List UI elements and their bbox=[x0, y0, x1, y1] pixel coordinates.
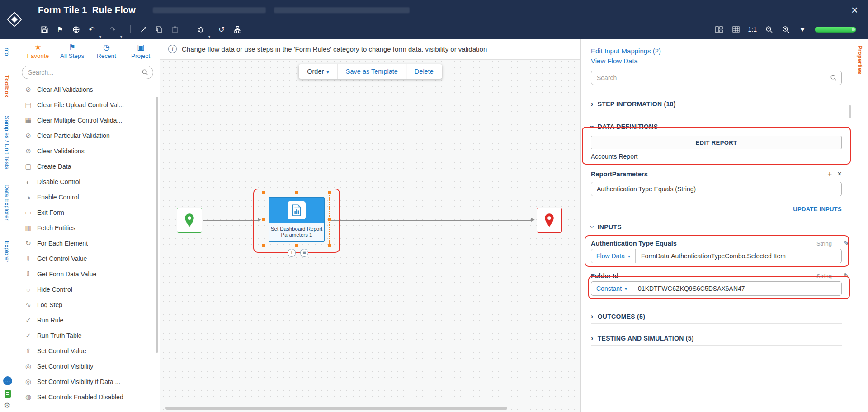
copy-icon[interactable] bbox=[155, 25, 164, 34]
chat-icon[interactable]: ⋯ bbox=[3, 376, 12, 385]
toolbox-search-input[interactable] bbox=[22, 66, 153, 79]
toolbox-item[interactable]: ◌Hide Control bbox=[15, 282, 160, 297]
panels-icon[interactable] bbox=[715, 25, 724, 34]
save-as-template-button[interactable]: Save as Template bbox=[337, 64, 406, 79]
toolbox-scrollbar[interactable] bbox=[156, 97, 158, 353]
toolbox-item-label: Create Data bbox=[37, 163, 71, 170]
chevron-down-icon: ▾ bbox=[625, 286, 627, 291]
toolbox-item[interactable]: ⇩Get Control Value bbox=[15, 251, 160, 266]
toolbox-item[interactable]: ⊘Clear Particular Validation bbox=[15, 128, 160, 143]
edit-icon[interactable]: ✎ bbox=[843, 239, 849, 247]
zoom-out-icon[interactable] bbox=[764, 25, 774, 34]
selection-handle[interactable] bbox=[295, 191, 298, 194]
close-icon[interactable]: × bbox=[851, 4, 858, 16]
tab-label: Favorite bbox=[27, 52, 49, 59]
selection-handle[interactable] bbox=[262, 218, 265, 221]
start-node[interactable] bbox=[177, 208, 202, 233]
undo-icon[interactable]: ↶ bbox=[87, 25, 96, 34]
view-flow-data-link[interactable]: View Flow Data bbox=[591, 57, 842, 67]
edit-input-mappings-link[interactable]: Edit Input Mappings (2) bbox=[591, 47, 842, 57]
toolbox-item[interactable]: ⊘Clear Validations bbox=[15, 143, 160, 159]
rail-tab-info[interactable]: Info bbox=[4, 46, 10, 56]
order-button[interactable]: Order▾ bbox=[299, 64, 337, 79]
toolbox-tab-favorite[interactable]: ★ Favorite bbox=[22, 43, 54, 59]
rail-tab-data-explorer[interactable]: Data Explorer bbox=[4, 185, 10, 220]
section-step-information[interactable]: › STEP INFORMATION (10) bbox=[591, 97, 842, 111]
debug-icon[interactable] bbox=[196, 25, 205, 34]
section-testing-simulation[interactable]: › TESTING AND SIMULATION (5) bbox=[591, 331, 842, 346]
properties-search-input[interactable] bbox=[591, 71, 842, 85]
toolbox-item[interactable]: ◎Set Control Visibility if Data ... bbox=[15, 374, 160, 389]
toolbox-item[interactable]: ⇧Set Control Value bbox=[15, 343, 160, 359]
selection-handle[interactable] bbox=[295, 244, 298, 247]
report-parameter-field[interactable] bbox=[591, 182, 842, 196]
properties-scrollbar[interactable] bbox=[849, 105, 851, 118]
edit-icon[interactable]: ✎ bbox=[843, 272, 849, 280]
rail-tab-toolbox[interactable]: Toolbox bbox=[4, 75, 10, 98]
redo-icon[interactable]: ↷ bbox=[108, 25, 117, 34]
selection-handle[interactable] bbox=[262, 244, 265, 247]
toolbox-tab-recent[interactable]: ◷ Recent bbox=[90, 43, 123, 59]
toolbox-item[interactable]: ▥Fetch Entities bbox=[15, 220, 160, 236]
mapping-type-dropdown[interactable]: Flow Data ▾ bbox=[591, 249, 636, 263]
toolbox-item[interactable]: ◑Enable Control bbox=[15, 189, 160, 205]
undo-caret-icon[interactable]: ▾ bbox=[99, 35, 101, 39]
heart-icon[interactable]: ♥ bbox=[798, 25, 807, 34]
wand-icon[interactable] bbox=[139, 25, 148, 34]
rail-tab-samples-unit-tests[interactable]: Samples / Unit Tests bbox=[4, 116, 10, 169]
selection-handle[interactable] bbox=[328, 191, 331, 194]
redo-caret-icon[interactable]: ▾ bbox=[120, 35, 122, 39]
debug-caret-icon[interactable]: ▾ bbox=[208, 35, 210, 39]
selection-handle[interactable] bbox=[328, 218, 331, 221]
toolbox-item[interactable]: ⊘Clear All Validations bbox=[15, 82, 160, 97]
dependencies-icon[interactable] bbox=[233, 25, 242, 34]
horizontal-scrollbar[interactable] bbox=[165, 407, 507, 410]
section-label: TESTING AND SIMULATION (5) bbox=[598, 335, 694, 342]
rail-tab-properties[interactable]: Properties bbox=[857, 45, 863, 74]
notes-icon[interactable] bbox=[5, 390, 11, 398]
update-inputs-link[interactable]: UPDATE INPUTS bbox=[591, 203, 842, 213]
toolbox-item[interactable]: ✓Run Truth Table bbox=[15, 328, 160, 343]
step-menu-icon[interactable]: ≡ bbox=[300, 249, 308, 257]
flow-canvas[interactable]: i Change flow data or use steps in the '… bbox=[160, 39, 580, 412]
input-auth-label: Authentication Type Equals bbox=[591, 240, 677, 247]
clear-validation-icon: ⊘ bbox=[24, 132, 32, 140]
toolbox-item[interactable]: ⇩Get Form Data Value bbox=[15, 266, 160, 282]
mapping-value[interactable]: FormData.AuthenticationTypeCombo.Selecte… bbox=[636, 249, 791, 263]
section-data-definitions[interactable]: › DATA DEFINITIONS bbox=[591, 119, 842, 134]
toolbox-item[interactable]: ◐Disable Control bbox=[15, 174, 160, 189]
selection-handle[interactable] bbox=[262, 191, 265, 194]
step-node-set-dashboard-report-parameters[interactable]: Set Dashboard Report Parameters 1 bbox=[269, 197, 325, 242]
paste-icon[interactable] bbox=[170, 25, 179, 34]
toolbox-item[interactable]: ✓Run Rule bbox=[15, 313, 160, 328]
history-icon[interactable]: ↺ bbox=[217, 25, 226, 34]
mapping-value[interactable]: 01KDTFWG6ZKQ9S6C5DSAX6AN47 bbox=[632, 282, 750, 295]
rail-tab-explorer[interactable]: Explorer bbox=[4, 241, 10, 262]
section-outcomes[interactable]: › OUTCOMES (5) bbox=[591, 309, 842, 324]
mapping-type-dropdown[interactable]: Constant ▾ bbox=[591, 282, 632, 295]
edit-report-button[interactable]: EDIT REPORT bbox=[591, 136, 842, 149]
flag-icon[interactable]: ⚑ bbox=[56, 25, 65, 34]
zoom-in-icon[interactable] bbox=[781, 25, 790, 34]
globe-icon[interactable] bbox=[71, 25, 80, 34]
delete-button[interactable]: Delete bbox=[406, 64, 442, 79]
add-outcome-icon[interactable]: + bbox=[288, 249, 296, 257]
toolbox-item[interactable]: ▭Exit Form bbox=[15, 205, 160, 220]
end-node[interactable] bbox=[537, 208, 562, 233]
toolbox-item[interactable]: ↻For Each Element bbox=[15, 236, 160, 251]
section-inputs[interactable]: › INPUTS bbox=[591, 220, 842, 234]
toolbox-tab-all-steps[interactable]: ⚑ All Steps bbox=[56, 43, 89, 59]
selection-handle[interactable] bbox=[328, 244, 331, 247]
save-icon[interactable] bbox=[40, 25, 49, 34]
toolbox-item[interactable]: ▦Clear Multiple Control Valida... bbox=[15, 113, 160, 128]
toolbox-item[interactable]: ◍Set Controls Enabled Disabled bbox=[15, 389, 160, 405]
toolbox-tab-project[interactable]: ▣ Project bbox=[124, 43, 157, 59]
toolbox-item[interactable]: ∿Log Step bbox=[15, 297, 160, 313]
toolbox-item[interactable]: ▢Create Data bbox=[15, 159, 160, 174]
grid-icon[interactable] bbox=[731, 25, 741, 34]
toolbox-item[interactable]: ◎Set Control Visibility bbox=[15, 359, 160, 374]
toolbox-item[interactable]: ▤Clear File Upload Control Val... bbox=[15, 97, 160, 113]
remove-parameter-icon[interactable]: × bbox=[837, 170, 842, 179]
gear-icon[interactable]: ⚙ bbox=[4, 401, 10, 410]
add-parameter-icon[interactable]: + bbox=[827, 170, 832, 179]
